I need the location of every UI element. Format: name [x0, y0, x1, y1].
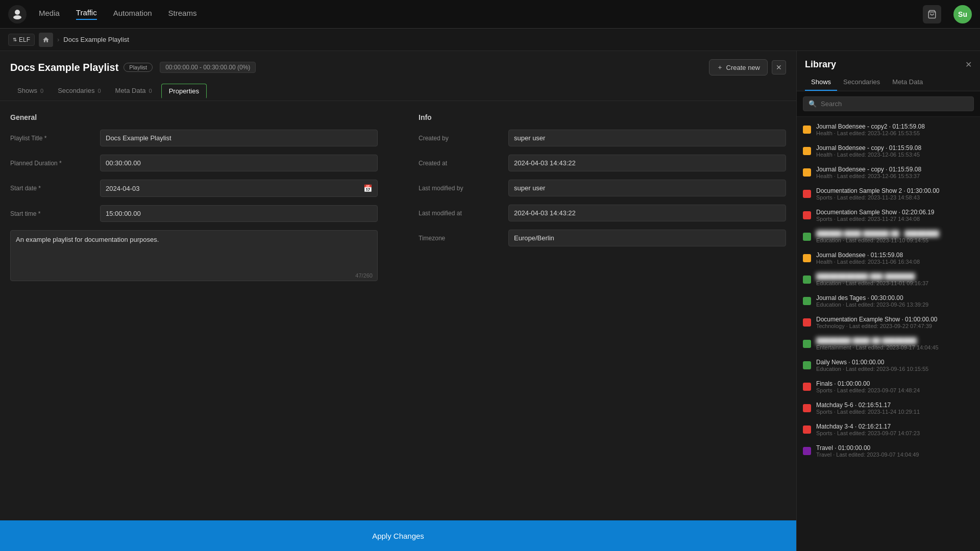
tab-secondaries[interactable]: Secondaries 0: [51, 82, 108, 101]
close-panel-button[interactable]: ✕: [772, 60, 786, 74]
timezone-label: Timezone: [419, 235, 500, 242]
lib-item-title: ████████ ████ ██ ████████: [816, 337, 974, 344]
list-item[interactable]: Daily News · 01:00:00.00Education · Last…: [797, 355, 980, 376]
lib-item-subtitle: Education · Last edited: 2023-11-01 09:1…: [816, 280, 974, 286]
lib-tab-secondaries[interactable]: Secondaries: [837, 74, 886, 91]
start-date-value: 2024-04-03: [106, 185, 140, 192]
user-avatar[interactable]: Su: [953, 5, 972, 23]
general-title: General: [10, 113, 378, 121]
list-item[interactable]: ████████████ ███ ███████Education · Last…: [797, 269, 980, 290]
create-new-button[interactable]: ＋ Create new: [709, 59, 768, 76]
lib-item-title: Finals · 01:00:00.00: [816, 380, 974, 387]
lib-item-subtitle: Technology · Last edited: 2023-09-22 07:…: [816, 323, 974, 329]
timezone-row: Timezone: [419, 230, 786, 246]
list-item[interactable]: ██████ ████ ██████ ██ · ████████Educatio…: [797, 226, 980, 247]
lib-item-title: Documentation Sample Show 2 · 01:30:00.0…: [816, 187, 974, 194]
lib-item-subtitle: Travel · Last edited: 2023-09-07 14:04:4…: [816, 452, 974, 458]
nav-traffic[interactable]: Traffic: [76, 8, 97, 20]
apply-bar[interactable]: Apply Changes: [0, 520, 796, 551]
lib-item-subtitle: Health · Last edited: 2023-12-06 15:53:4…: [816, 152, 974, 158]
cart-icon-button[interactable]: [923, 5, 941, 23]
list-item[interactable]: Travel · 01:00:00.00Travel · Last edited…: [797, 440, 980, 462]
list-item[interactable]: Journal Bodensee - copy · 01:15:59.08Hea…: [797, 162, 980, 183]
nav-automation[interactable]: Automation: [113, 9, 152, 19]
lib-item-info: Matchday 5-6 · 02:16:51.17Sports · Last …: [816, 402, 974, 415]
list-item[interactable]: Journal Bodensee · 01:15:59.08Health · L…: [797, 247, 980, 269]
lib-item-info: ████████████ ███ ███████Education · Last…: [816, 273, 974, 286]
lib-item-info: Documentation Sample Show 2 · 01:30:00.0…: [816, 187, 974, 201]
lib-item-title: ████████████ ███ ███████: [816, 273, 974, 280]
playlist-badge: Playlist: [124, 63, 153, 72]
last-modified-by-label: Last modified by: [419, 185, 500, 192]
lib-tab-shows[interactable]: Shows: [805, 74, 837, 91]
lib-item-subtitle: Education · Last edited: 2023-09-16 10:1…: [816, 366, 974, 372]
lib-item-subtitle: Sports · Last edited: 2023-09-07 14:07:2…: [816, 430, 974, 436]
color-dot: [803, 383, 811, 391]
color-dot: [803, 404, 811, 412]
search-input[interactable]: [821, 100, 968, 108]
lib-item-title: Daily News · 01:00:00.00: [816, 359, 974, 366]
lib-item-title: Journal des Tages · 00:30:00.00: [816, 294, 974, 302]
tab-secondaries-label: Secondaries: [58, 87, 94, 94]
start-date-input[interactable]: 2024-04-03 📅: [100, 180, 378, 197]
logo[interactable]: [8, 5, 27, 23]
lib-item-info: Journal Bodensee · 01:15:59.08Health · L…: [816, 252, 974, 265]
panel-title-row: Docs Example Playlist Playlist 00:00:00.…: [10, 59, 786, 76]
duration-pill: 00:00:00.00 - 00:30:00.00 (0%): [160, 62, 256, 73]
tab-properties[interactable]: Properties: [161, 84, 207, 99]
lib-item-title: Journal Bodensee - copy · 01:15:59.08: [816, 144, 974, 152]
list-item[interactable]: Journal Bodensee - copy · 01:15:59.08Hea…: [797, 140, 980, 162]
planned-duration-input[interactable]: [100, 155, 378, 171]
lib-item-info: Daily News · 01:00:00.00Education · Last…: [816, 359, 974, 372]
lib-item-subtitle: Health · Last edited: 2023-11-06 16:34:0…: [816, 259, 974, 265]
color-dot: [803, 425, 811, 434]
tab-shows[interactable]: Shows 0: [10, 82, 51, 101]
lib-item-info: Documentation Example Show · 01:00:00.00…: [816, 316, 974, 329]
nav-streams[interactable]: Streams: [168, 9, 197, 19]
list-item[interactable]: ████████ ████ ██ ████████Entertainment ·…: [797, 333, 980, 355]
color-dot: [803, 254, 811, 262]
color-dot: [803, 211, 811, 219]
list-item[interactable]: Matchday 3-4 · 02:16:21.17Sports · Last …: [797, 419, 980, 440]
general-section: General Playlist Title * Planned Duratio…: [10, 113, 378, 508]
elf-select[interactable]: ⇅ ELF: [8, 34, 35, 46]
library-close-button[interactable]: ✕: [965, 60, 972, 69]
lib-item-info: Documentation Sample Show · 02:20:06.19S…: [816, 209, 974, 222]
list-item[interactable]: Documentation Sample Show 2 · 01:30:00.0…: [797, 183, 980, 205]
timezone-input[interactable]: [508, 230, 786, 246]
list-item[interactable]: Matchday 5-6 · 02:16:51.17Sports · Last …: [797, 397, 980, 419]
list-item[interactable]: Documentation Example Show · 01:00:00.00…: [797, 312, 980, 333]
apply-button-label: Apply Changes: [372, 532, 424, 540]
lib-item-info: ██████ ████ ██████ ██ · ████████Educatio…: [816, 230, 974, 243]
lib-item-info: Matchday 3-4 · 02:16:21.17Sports · Last …: [816, 423, 974, 436]
playlist-title-input[interactable]: [100, 130, 378, 146]
color-dot: [803, 190, 811, 198]
list-item[interactable]: Journal des Tages · 00:30:00.00Education…: [797, 290, 980, 312]
info-title: Info: [419, 113, 786, 121]
list-item[interactable]: Finals · 01:00:00.00Sports · Last edited…: [797, 376, 980, 397]
lib-item-subtitle: Sports · Last edited: 2023-11-24 10:29:1…: [816, 409, 974, 415]
home-button[interactable]: [39, 33, 53, 47]
library-list: Journal Bodensee - copy2 · 01:15:59.08He…: [797, 117, 980, 551]
library-header: Library ✕: [797, 51, 980, 70]
planned-duration-label: Planned Duration *: [10, 160, 92, 167]
search-icon: 🔍: [808, 100, 817, 108]
lib-tab-metadata[interactable]: Meta Data: [886, 74, 929, 91]
tabs-row: Shows 0 Secondaries 0 Meta Data 0 Proper…: [0, 82, 796, 101]
list-item[interactable]: Documentation Sample Show · 02:20:06.19S…: [797, 205, 980, 226]
tab-metadata[interactable]: Meta Data 0: [108, 82, 159, 101]
playlist-title-label: Playlist Title *: [10, 135, 92, 142]
lib-item-subtitle: Entertainment · Last edited: 2023-09-17 …: [816, 344, 974, 350]
nav-media[interactable]: Media: [39, 9, 60, 19]
last-modified-at-row: Last modified at: [419, 205, 786, 221]
char-count: 47/260: [355, 272, 373, 279]
color-dot: [803, 447, 811, 455]
start-time-input[interactable]: [100, 205, 378, 222]
library-title: Library: [805, 59, 836, 70]
library-panel: Library ✕ Shows Secondaries Meta Data 🔍 …: [796, 51, 980, 551]
tab-metadata-count: 0: [149, 88, 152, 94]
list-item[interactable]: Journal Bodensee - copy2 · 01:15:59.08He…: [797, 119, 980, 140]
description-wrap: An example playlist for documentation pu…: [10, 230, 378, 283]
svg-point-0: [15, 10, 20, 15]
description-textarea[interactable]: An example playlist for documentation pu…: [10, 230, 378, 281]
